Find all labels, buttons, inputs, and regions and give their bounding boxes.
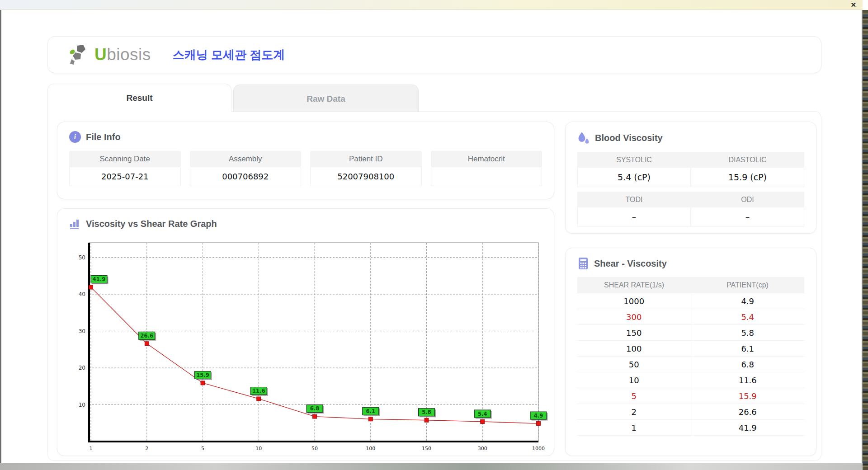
tab-result[interactable]: Result <box>47 84 231 112</box>
app-header: Ubiosis 스캐닝 모세관 점도계 <box>47 36 821 73</box>
table-cell: 5 <box>577 388 691 404</box>
field-value: 52007908100 <box>310 167 422 186</box>
odi-value: – <box>691 207 804 227</box>
field-label: Scanning Date <box>69 151 181 167</box>
shear-rate-column-header: SHEAR RATE(1/s) <box>577 277 691 293</box>
table-row: 3005.4 <box>577 309 804 325</box>
field-label: Patient ID <box>310 151 422 167</box>
systolic-value: 5.4 (cP) <box>577 168 691 187</box>
table-cell: 10 <box>577 372 691 388</box>
table-cell: 1 <box>577 420 691 435</box>
svg-text:11.6: 11.6 <box>252 388 265 394</box>
table-row: 10004.9 <box>577 293 804 309</box>
field-value: 000706892 <box>190 167 302 186</box>
page-title: 스캐닝 모세관 점도계 <box>173 47 285 63</box>
viscosity-shear-chart: 10203040501251050100150300100041.926.615… <box>67 237 552 453</box>
logo-letters-rest: biosis <box>107 45 151 64</box>
svg-text:5.4: 5.4 <box>478 411 487 417</box>
file-info-fields: Scanning Date 2025-07-21 Assembly 000706… <box>57 143 554 186</box>
ubiosis-logo: Ubiosis <box>68 43 151 66</box>
table-cell: 2 <box>577 404 691 419</box>
svg-text:26.6: 26.6 <box>141 333 153 339</box>
svg-text:6.8: 6.8 <box>310 405 319 412</box>
table-cell: 100 <box>577 341 691 356</box>
blood-drops-icon <box>577 131 590 145</box>
table-cell: 300 <box>577 309 691 324</box>
table-cell: 11.6 <box>691 372 805 388</box>
svg-text:2: 2 <box>145 446 148 451</box>
field-value: 2025-07-21 <box>69 167 181 186</box>
logo-text: Ubiosis <box>94 45 151 64</box>
svg-text:6.1: 6.1 <box>366 408 375 414</box>
window-bottom-edge <box>0 463 863 470</box>
shear-viscosity-title: Shear - Viscosity <box>594 258 667 269</box>
todi-header: TODI <box>577 192 691 207</box>
shear-viscosity-table: SHEAR RATE(1/s) PATIENT(cp) 10004.93005.… <box>577 277 804 436</box>
table-row: 506.8 <box>577 357 804 372</box>
table-row: 226.6 <box>577 404 804 420</box>
svg-text:40: 40 <box>79 291 85 297</box>
field-assembly: Assembly 000706892 <box>190 151 302 186</box>
svg-text:300: 300 <box>478 446 487 451</box>
todi-value: – <box>577 207 691 227</box>
svg-text:150: 150 <box>422 446 431 451</box>
svg-text:10: 10 <box>79 402 85 408</box>
background-window-sliver <box>863 10 868 470</box>
file-info-card: i File Info Scanning Date 2025-07-21 Ass… <box>57 122 554 199</box>
systolic-header: SYSTOLIC <box>577 152 691 168</box>
patient-column-header: PATIENT(cp) <box>691 277 804 293</box>
field-hematocrit: Hematocrit <box>431 151 542 186</box>
blood-viscosity-title: Blood Viscosity <box>595 133 663 143</box>
tab-raw-data-label: Raw Data <box>307 94 345 104</box>
field-label: Assembly <box>190 151 302 167</box>
diastolic-header: DIASTOLIC <box>691 152 804 168</box>
app-window: ✕ Ubiosis 스캐닝 모세관 점도계 Result Raw Data <box>0 0 868 470</box>
table-row: 515.9 <box>577 388 804 404</box>
table-cell: 1000 <box>577 293 691 309</box>
window-titlebar: ✕ <box>0 0 863 10</box>
table-cell: 50 <box>577 357 691 372</box>
info-icon: i <box>69 131 81 143</box>
field-label: Hematocrit <box>431 151 542 167</box>
svg-text:20: 20 <box>79 365 85 371</box>
window-close-button[interactable]: ✕ <box>850 0 856 9</box>
table-row: 1006.1 <box>577 341 804 357</box>
svg-text:1000: 1000 <box>532 446 545 451</box>
graph-title: Viscosity vs Shear Rate Graph <box>86 219 217 229</box>
table-cell: 150 <box>577 325 691 340</box>
svg-text:15.9: 15.9 <box>196 372 209 378</box>
ubiosis-logo-icon <box>68 43 92 66</box>
field-scanning-date: Scanning Date 2025-07-21 <box>69 151 181 186</box>
table-cell: 26.6 <box>691 404 805 419</box>
field-patient-id: Patient ID 52007908100 <box>310 151 422 186</box>
blood-viscosity-card: Blood Viscosity SYSTOLIC DIASTOLIC 5.4 (… <box>565 122 816 234</box>
result-tab-panel: i File Info Scanning Date 2025-07-21 Ass… <box>47 111 821 461</box>
odi-header: ODI <box>691 192 804 207</box>
diastolic-value: 15.9 (cP) <box>691 168 804 187</box>
shear-viscosity-card: Shear - Viscosity SHEAR RATE(1/s) PATIEN… <box>565 248 816 456</box>
table-cell: 5.8 <box>691 325 805 340</box>
svg-text:1: 1 <box>90 446 93 451</box>
tab-raw-data[interactable]: Raw Data <box>233 85 419 113</box>
svg-text:10: 10 <box>255 446 262 451</box>
table-row: 1505.8 <box>577 325 804 341</box>
table-cell: 15.9 <box>691 388 805 404</box>
logo-letter-u: U <box>94 45 107 64</box>
svg-text:41.9: 41.9 <box>93 276 105 282</box>
svg-text:30: 30 <box>79 328 85 334</box>
svg-text:50: 50 <box>79 254 85 261</box>
svg-text:50: 50 <box>311 446 318 451</box>
file-info-title: File Info <box>86 132 121 142</box>
table-cell: 6.8 <box>691 357 805 372</box>
svg-text:4.9: 4.9 <box>534 413 543 419</box>
table-row: 1011.6 <box>577 372 804 388</box>
field-value <box>431 167 542 186</box>
calculator-icon <box>577 257 589 270</box>
table-cell: 5.4 <box>691 309 805 324</box>
shear-table-rows: 10004.93005.41505.81006.1506.81011.6515.… <box>577 293 804 436</box>
table-cell: 41.9 <box>691 420 805 435</box>
table-cell: 4.9 <box>691 293 805 309</box>
blood-viscosity-table: SYSTOLIC DIASTOLIC 5.4 (cP) 15.9 (cP) TO… <box>577 152 804 227</box>
svg-text:5: 5 <box>201 446 204 451</box>
tab-result-label: Result <box>126 93 152 103</box>
